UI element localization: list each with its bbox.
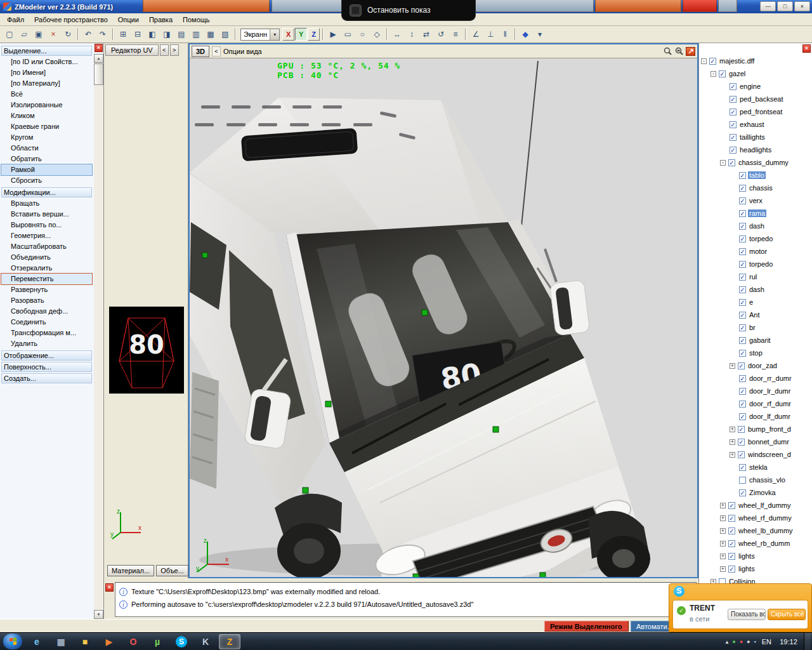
tree-row[interactable]: chassis_vlo bbox=[699, 474, 812, 486]
tree-row[interactable]: ✓torpedo bbox=[699, 232, 812, 245]
tree-row[interactable]: ✓exhaust bbox=[699, 118, 812, 131]
command-item[interactable]: Сбросить bbox=[1, 175, 92, 186]
tree-checkbox[interactable]: ✓ bbox=[739, 248, 746, 255]
command-item[interactable]: [по Имени] bbox=[1, 67, 92, 78]
tree-row[interactable]: +✓lights bbox=[699, 550, 812, 562]
close-icon[interactable]: × bbox=[105, 583, 114, 592]
tree-checkbox[interactable]: ✓ bbox=[728, 540, 735, 547]
background-window-titlebar[interactable] bbox=[595, 0, 681, 12]
tree-row[interactable]: +✓wheel_rb_dumm bbox=[699, 537, 812, 550]
tree-row[interactable]: ✓br bbox=[699, 321, 812, 334]
toolbar-select-poly-icon[interactable]: ◇ bbox=[370, 28, 384, 41]
command-item[interactable]: Обратить bbox=[1, 154, 92, 164]
tree-checkbox[interactable]: ✓ bbox=[739, 312, 746, 319]
tree-row[interactable]: -✓majestic.dff bbox=[699, 55, 812, 67]
command-section-header[interactable]: Поверхность... bbox=[1, 362, 92, 372]
tree-row[interactable]: ✓tablo bbox=[699, 169, 812, 182]
maximize-button[interactable]: □ bbox=[777, 1, 793, 11]
command-item[interactable]: Масштабировать bbox=[1, 241, 92, 252]
chevron-down-icon[interactable]: ▼ bbox=[270, 29, 279, 40]
tray-icon-2[interactable]: ● bbox=[740, 638, 743, 646]
toolbar-save-icon[interactable]: ▣ bbox=[32, 28, 46, 41]
toolbar-redo-icon[interactable]: ↷ bbox=[96, 28, 110, 41]
command-item[interactable]: Свободная деф... bbox=[1, 306, 92, 317]
tree-checkbox[interactable]: ✓ bbox=[739, 375, 746, 382]
background-window-titlebar[interactable] bbox=[683, 0, 717, 12]
command-item[interactable]: Объединить bbox=[1, 252, 92, 263]
command-item[interactable]: Вставить верши... bbox=[1, 209, 92, 220]
tree-checkbox[interactable]: ✓ bbox=[719, 70, 726, 77]
tree-checkbox[interactable]: ✓ bbox=[728, 159, 735, 166]
tree-checkbox[interactable]: ✓ bbox=[738, 426, 745, 433]
language-indicator[interactable]: EN bbox=[760, 638, 773, 646]
background-window-titlebar[interactable] bbox=[475, 0, 594, 12]
toolbar-rotate-icon[interactable]: ↺ bbox=[434, 28, 448, 41]
taskbar-window-icon[interactable]: ▦ bbox=[50, 634, 72, 649]
toolbar-select-circle-icon[interactable]: ○ bbox=[355, 28, 369, 41]
tree-row[interactable]: +✓door_zad bbox=[699, 359, 812, 372]
tree-checkbox[interactable]: ✓ bbox=[709, 58, 716, 65]
toolbar-viewport-layout-8-icon[interactable]: ▧ bbox=[218, 28, 232, 41]
hidden-icons-arrow[interactable]: ▴ bbox=[726, 638, 729, 646]
tree-row[interactable]: ✓door_rr_dumr bbox=[699, 372, 812, 385]
close-icon[interactable]: × bbox=[802, 44, 811, 53]
toolbar-viewport-layout-2-icon[interactable]: ⊟ bbox=[131, 28, 145, 41]
tree-checkbox[interactable]: ✓ bbox=[739, 324, 746, 331]
axis-y-button[interactable]: Y bbox=[295, 28, 307, 41]
tree-checkbox[interactable]: ✓ bbox=[728, 553, 735, 560]
scroll-down-icon[interactable]: ▼ bbox=[94, 610, 103, 619]
scroll-up-icon[interactable]: ▲ bbox=[94, 54, 103, 63]
tree-checkbox[interactable]: ✓ bbox=[728, 566, 735, 573]
command-item[interactable]: Краевые грани bbox=[1, 121, 92, 132]
tree-checkbox[interactable]: ✓ bbox=[739, 172, 746, 179]
toolbar-select-rect-icon[interactable]: ▭ bbox=[341, 28, 355, 41]
toolbar-viewport-layout-7-icon[interactable]: ▦ bbox=[204, 28, 218, 41]
taskbar-zmodeler-icon[interactable]: Z bbox=[219, 634, 240, 649]
tree-row[interactable]: +✓wheel_rf_dummy bbox=[699, 512, 812, 524]
tree-row[interactable]: -✓chassis_dummy bbox=[699, 156, 812, 169]
hide-all-button[interactable]: Скрыть всё bbox=[768, 609, 806, 620]
toolbar-material-droplet-icon[interactable]: ◆ bbox=[518, 28, 532, 41]
skype-notification[interactable]: S ✓ TRENT в сети Показать всё Скрыть всё bbox=[669, 583, 812, 632]
tree-expander-icon[interactable]: + bbox=[720, 566, 726, 572]
tree-checkbox[interactable]: ✓ bbox=[739, 401, 746, 408]
tray-icon-4[interactable]: ▪ bbox=[754, 638, 756, 646]
command-item[interactable]: Области bbox=[1, 143, 92, 154]
menu-item[interactable]: Опции bbox=[113, 15, 144, 25]
scrollbar-thumb[interactable] bbox=[94, 63, 103, 85]
tree-row[interactable]: ✓dash bbox=[699, 283, 812, 296]
tree-checkbox[interactable]: ✓ bbox=[730, 83, 737, 90]
tree-row[interactable]: ✓dash bbox=[699, 220, 812, 232]
tree-row[interactable]: ✓door_lr_dumr bbox=[699, 385, 812, 397]
command-item[interactable]: Кликом bbox=[1, 110, 92, 121]
toolbar-snap-parallel-icon[interactable]: ‖ bbox=[498, 28, 512, 41]
command-item[interactable]: Изолированные bbox=[1, 100, 92, 110]
tree-checkbox[interactable]: ✓ bbox=[739, 286, 746, 293]
tree-row[interactable]: ✓rama bbox=[699, 207, 812, 220]
tree-row[interactable]: ✓Zimovka bbox=[699, 486, 812, 499]
start-button[interactable] bbox=[3, 633, 22, 649]
toolbar-viewport-layout-1-icon[interactable]: ⊞ bbox=[116, 28, 130, 41]
tree-row[interactable]: -✓gazel bbox=[699, 67, 812, 80]
uv-prev-button[interactable]: < bbox=[160, 44, 169, 56]
zoom-extents-icon[interactable] bbox=[663, 46, 672, 56]
view-options-label[interactable]: Опции вида bbox=[223, 48, 262, 55]
tree-row[interactable]: ✓Ant bbox=[699, 308, 812, 321]
command-item[interactable]: Переместить bbox=[1, 274, 92, 284]
command-item[interactable]: Разорвать bbox=[1, 295, 92, 306]
minimize-button[interactable]: — bbox=[760, 1, 776, 11]
command-item[interactable]: Удалить bbox=[1, 338, 92, 349]
close-icon[interactable]: × bbox=[95, 44, 103, 52]
tree-row[interactable]: ✓verx bbox=[699, 194, 812, 207]
command-item[interactable]: Вращать bbox=[1, 198, 92, 209]
background-window-titlebar[interactable] bbox=[718, 0, 737, 12]
command-item[interactable]: [по Материалу] bbox=[1, 78, 92, 89]
command-item[interactable]: [по ID или Свойств... bbox=[1, 56, 92, 67]
tree-checkbox[interactable]: ✓ bbox=[728, 527, 735, 534]
toolbar-select-arrow-icon[interactable]: ▶ bbox=[326, 28, 340, 41]
tree-row[interactable]: ✓ped_backseat bbox=[699, 93, 812, 105]
command-section-header[interactable]: Выделение... bbox=[1, 46, 92, 56]
taskbar-utorrent-icon[interactable]: µ bbox=[147, 634, 168, 649]
toolbar-undo-icon[interactable]: ↶ bbox=[81, 28, 95, 41]
tree-row[interactable]: ✓stekla bbox=[699, 461, 812, 474]
